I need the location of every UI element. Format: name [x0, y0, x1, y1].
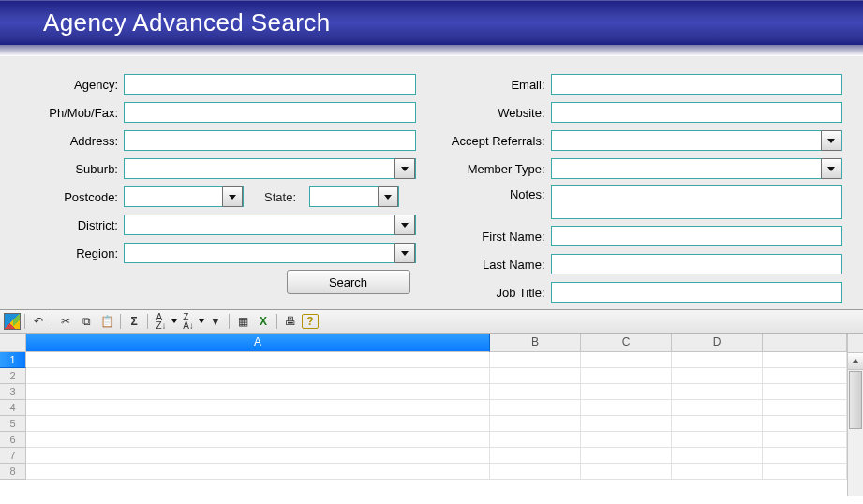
chevron-down-icon[interactable]	[394, 243, 415, 263]
sort-desc-button[interactable]: ZA↓	[179, 312, 204, 331]
grid-cell[interactable]	[490, 432, 581, 448]
grid-cell[interactable]	[581, 384, 672, 400]
chevron-down-icon[interactable]	[821, 158, 841, 179]
app-logo-icon[interactable]	[4, 313, 21, 330]
chevron-down-icon[interactable]	[222, 186, 243, 207]
grid-cell[interactable]	[581, 352, 672, 368]
grid-row-header[interactable]: 8	[0, 464, 26, 480]
district-select[interactable]	[124, 215, 416, 235]
chevron-down-icon[interactable]	[821, 130, 841, 151]
cut-icon[interactable]: ✂	[56, 312, 75, 331]
scroll-up-icon[interactable]	[848, 353, 863, 370]
grid-cell[interactable]	[26, 384, 490, 400]
grid-cell[interactable]	[763, 352, 847, 368]
grid-cell[interactable]	[672, 416, 763, 432]
grid-cell[interactable]	[490, 448, 581, 464]
grid-cell[interactable]	[581, 400, 672, 416]
grid-row-header[interactable]: 3	[0, 384, 26, 400]
grid-cell[interactable]	[581, 448, 672, 464]
grid-cell[interactable]	[26, 448, 490, 464]
grid-row-header[interactable]: 7	[0, 448, 26, 464]
sort-asc-button[interactable]: AZ↓	[152, 312, 177, 331]
export-excel-icon[interactable]: X	[254, 312, 273, 331]
member-type-select[interactable]	[551, 158, 843, 179]
table-row: 7	[0, 448, 847, 464]
last-name-input[interactable]	[551, 254, 843, 274]
suburb-select[interactable]	[124, 158, 416, 179]
filter-icon: ▼	[206, 312, 225, 331]
grid-row-header[interactable]: 5	[0, 416, 26, 432]
grid-row-header[interactable]: 6	[0, 432, 26, 448]
vertical-scrollbar[interactable]	[847, 334, 863, 496]
grid-cell[interactable]	[672, 432, 763, 448]
notes-input[interactable]	[551, 185, 843, 219]
grid-cell[interactable]	[490, 368, 581, 384]
undo-icon[interactable]: ↶	[29, 312, 48, 331]
email-input[interactable]	[551, 74, 843, 95]
grid-col-header[interactable]	[763, 334, 847, 352]
grid-cell[interactable]	[581, 464, 672, 480]
grid-select-all[interactable]	[0, 334, 26, 352]
grid-cell[interactable]	[26, 400, 490, 416]
grid-cell[interactable]	[490, 416, 581, 432]
grid-row-header[interactable]: 4	[0, 400, 26, 416]
grid-cell[interactable]	[672, 400, 763, 416]
sort-asc-icon: AZ↓	[152, 312, 171, 331]
grid-cell[interactable]	[490, 384, 581, 400]
grid-cell[interactable]	[763, 400, 847, 416]
agency-input[interactable]	[124, 74, 416, 95]
grid-cell[interactable]	[672, 464, 763, 480]
grid-cell[interactable]	[26, 352, 490, 368]
grid-cell[interactable]	[763, 384, 847, 400]
accept-referrals-select[interactable]	[551, 130, 843, 151]
first-name-input[interactable]	[551, 226, 843, 246]
columns-icon[interactable]: ▦	[233, 312, 252, 331]
print-icon[interactable]: 🖶	[281, 312, 300, 331]
grid-cell[interactable]	[672, 448, 763, 464]
chevron-down-icon[interactable]	[394, 158, 415, 179]
postcode-select[interactable]	[124, 186, 244, 207]
grid-cell[interactable]	[490, 400, 581, 416]
state-select[interactable]	[309, 186, 399, 207]
search-button[interactable]: Search	[287, 270, 410, 294]
chevron-down-icon[interactable]	[378, 186, 398, 207]
phmobfax-input[interactable]	[124, 102, 416, 123]
address-input[interactable]	[124, 130, 416, 151]
grid-cell[interactable]	[763, 432, 847, 448]
grid-col-header[interactable]: A	[26, 334, 490, 352]
help-icon[interactable]: ?	[302, 314, 319, 329]
grid-cell[interactable]	[763, 416, 847, 432]
sort-desc-icon: ZA↓	[179, 312, 198, 331]
grid-col-header[interactable]: B	[490, 334, 581, 352]
chevron-down-icon[interactable]	[394, 215, 415, 235]
grid-cell[interactable]	[672, 384, 763, 400]
grid-header-row: ABCD	[0, 334, 847, 352]
region-select[interactable]	[124, 243, 416, 263]
grid-col-header[interactable]: C	[581, 334, 672, 352]
website-input[interactable]	[551, 102, 843, 123]
label-state: State:	[251, 190, 302, 204]
grid-cell[interactable]	[763, 464, 847, 480]
grid-row-header[interactable]: 2	[0, 368, 26, 384]
grid-row-header[interactable]: 1	[0, 352, 26, 368]
paste-icon[interactable]: 📋	[97, 312, 116, 331]
grid-cell[interactable]	[26, 368, 490, 384]
grid-cell[interactable]	[490, 352, 581, 368]
scroll-thumb[interactable]	[849, 371, 862, 429]
grid-cell[interactable]	[26, 432, 490, 448]
filter-button[interactable]: ▼	[206, 312, 225, 331]
grid-cell[interactable]	[581, 416, 672, 432]
grid-cell[interactable]	[581, 368, 672, 384]
grid-cell[interactable]	[672, 352, 763, 368]
grid-cell[interactable]	[26, 464, 490, 480]
grid-cell[interactable]	[581, 432, 672, 448]
job-title-input[interactable]	[551, 282, 843, 303]
grid-cell[interactable]	[26, 416, 490, 432]
grid-cell[interactable]	[763, 368, 847, 384]
grid-cell[interactable]	[763, 448, 847, 464]
grid-cell[interactable]	[490, 464, 581, 480]
grid-cell[interactable]	[672, 368, 763, 384]
grid-col-header[interactable]: D	[672, 334, 763, 352]
copy-icon[interactable]: ⧉	[77, 312, 96, 331]
autosum-icon[interactable]: Σ	[125, 312, 143, 331]
